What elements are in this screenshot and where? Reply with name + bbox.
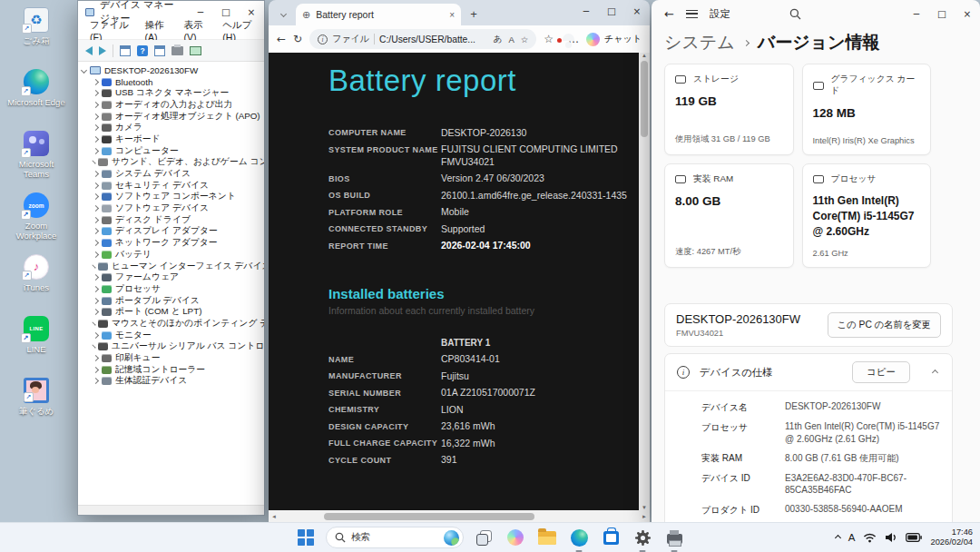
device-tree-item[interactable]: システム デバイス [78, 168, 264, 180]
device-tree-item[interactable]: ソフトウェア コンポーネント [78, 192, 264, 203]
back-button[interactable]: ← [664, 7, 674, 21]
scroll-up-arrow[interactable]: ▲ [642, 53, 647, 58]
translate-icon[interactable]: あ [494, 34, 503, 45]
device-tree-item[interactable]: サウンド、ビデオ、およびゲーム コントローラー [78, 157, 264, 169]
device-tree-item[interactable]: USB コネクタ マネージャー [78, 87, 264, 99]
collapse-chevron-icon[interactable] [81, 67, 87, 74]
device-tree-item[interactable]: ディスプレイ アダプター [78, 226, 264, 238]
desktop-shortcut[interactable]: 筆ぐるめ [7, 376, 65, 427]
settings-button[interactable] [631, 526, 654, 549]
wifi-icon[interactable] [863, 532, 877, 543]
expand-chevron-icon[interactable] [93, 217, 99, 223]
spec-card[interactable]: グラフィックス カード 128 MB Intel(R) Iris(R) Xe G… [802, 64, 932, 155]
device-tree-root[interactable]: DESKTOP-2026130FW [78, 64, 264, 76]
device-manager-button[interactable] [662, 526, 686, 549]
device-tree-item[interactable]: ソフトウェア デバイス [78, 202, 264, 214]
device-tree-item[interactable]: ポート (COM と LPT) [78, 306, 264, 318]
expand-chevron-icon[interactable] [93, 78, 99, 84]
vertical-scrollbar[interactable]: ▲ ▼ [639, 53, 650, 510]
tab-search-chevron-icon[interactable] [274, 4, 292, 24]
settings-titlebar[interactable]: ← 設定 ─ □ × [652, 0, 980, 27]
device-tree-item[interactable]: プロセッサ [78, 283, 264, 295]
device-tree-item[interactable]: キーボード [78, 133, 264, 145]
hidden-icons-chevron-icon[interactable] [836, 536, 840, 540]
expand-chevron-icon[interactable] [93, 367, 99, 373]
task-view-button[interactable] [472, 526, 495, 549]
new-tab-button[interactable]: + [465, 4, 483, 24]
console-icon[interactable] [120, 45, 131, 56]
desktop-shortcut[interactable]: Microsoft Teams [7, 129, 65, 180]
device-tree-item[interactable]: ユニバーサル シリアル バス コントローラー [78, 341, 264, 353]
ime-indicator[interactable]: A [848, 532, 856, 543]
device-tree-item[interactable]: オーディオの入力および出力 [78, 99, 264, 111]
expand-chevron-icon[interactable] [93, 228, 99, 234]
minimize-button[interactable]: ─ [573, 0, 599, 22]
desktop-shortcut[interactable]: iTunes [7, 252, 65, 303]
expand-chevron-icon[interactable] [93, 286, 99, 292]
device-tree-item[interactable]: ファームウェア [78, 271, 264, 283]
expand-chevron-icon[interactable] [93, 240, 99, 246]
device-tree-item[interactable]: ヒューマン インターフェイス デバイス [78, 261, 264, 272]
desktop-shortcut[interactable]: Zoom Workplace [7, 191, 65, 242]
info-icon[interactable]: i [318, 34, 328, 44]
device-tree-item[interactable]: ポータブル デバイス [78, 295, 264, 307]
scrollbar-thumb[interactable] [641, 61, 648, 137]
scroll-down-arrow[interactable]: ▼ [642, 505, 647, 510]
rename-pc-button[interactable]: この PC の名前を変更 [828, 312, 941, 338]
scroll-left-arrow[interactable]: ◄ [271, 514, 277, 519]
device-tree-item[interactable]: モニター [78, 330, 264, 341]
expand-chevron-icon[interactable] [92, 161, 95, 164]
collapse-chevron-icon[interactable] [932, 369, 938, 375]
close-button[interactable]: × [955, 0, 980, 27]
device-tree-item[interactable]: Bluetooth [78, 76, 264, 88]
back-arrow-icon[interactable] [85, 46, 93, 55]
expand-chevron-icon[interactable] [93, 102, 99, 108]
device-tree-item[interactable]: カメラ [78, 122, 264, 133]
desktop-shortcut[interactable]: ごみ箱 [7, 5, 65, 56]
help-icon[interactable]: ? [137, 45, 148, 56]
desktop-shortcut-icon[interactable] [24, 131, 49, 156]
expand-chevron-icon[interactable] [92, 321, 95, 325]
search-highlight-icon[interactable] [444, 530, 459, 546]
device-tree-item[interactable]: 生体認証デバイス [78, 376, 264, 388]
refresh-button[interactable]: ↻ [293, 33, 302, 45]
expand-chevron-icon[interactable] [93, 193, 99, 200]
favorites-icon[interactable]: ☆ [544, 33, 554, 45]
device-tree-item[interactable]: ネットワーク アダプター [78, 237, 264, 249]
tab-close-icon[interactable]: × [449, 10, 455, 20]
expand-chevron-icon[interactable] [93, 182, 99, 189]
device-tree-item[interactable]: 記憶域コントローラー [78, 364, 264, 376]
device-tree-item[interactable]: 印刷キュー [78, 352, 264, 364]
copy-button[interactable]: コピー [852, 361, 910, 383]
expand-chevron-icon[interactable] [92, 345, 95, 349]
expand-chevron-icon[interactable] [93, 251, 99, 258]
expand-chevron-icon[interactable] [93, 136, 99, 143]
copilot-button[interactable] [504, 526, 527, 549]
expand-chevron-icon[interactable] [93, 171, 99, 177]
spec-card[interactable]: ストレージ 119 GB 使用領域 31 GB / 119 GB [664, 64, 794, 155]
desktop-shortcut-icon[interactable] [24, 69, 49, 94]
file-explorer-button[interactable] [535, 526, 559, 549]
device-tree-item[interactable]: セキュリティ デバイス [78, 180, 264, 192]
scroll-right-arrow[interactable]: ► [642, 514, 647, 519]
scan-hardware-icon[interactable] [172, 46, 183, 55]
search-icon[interactable] [789, 8, 801, 20]
expand-chevron-icon[interactable] [93, 205, 99, 212]
start-button[interactable] [294, 526, 318, 549]
expand-chevron-icon[interactable] [93, 355, 99, 361]
expand-chevron-icon[interactable] [93, 148, 99, 154]
navigation-menu-icon[interactable] [686, 10, 698, 18]
address-url[interactable]: C:/Users/USER/batte... [379, 34, 475, 44]
desktop-shortcut-icon[interactable] [24, 7, 49, 33]
expand-chevron-icon[interactable] [93, 124, 99, 131]
copilot-chat-button[interactable]: チャット [586, 33, 642, 46]
device-tree-item[interactable]: コンピューター [78, 145, 264, 157]
desktop-shortcut-icon[interactable] [24, 254, 49, 280]
expand-chevron-icon[interactable] [93, 113, 99, 120]
favorite-star-icon[interactable]: ☆ [521, 34, 529, 44]
device-tree-item[interactable]: バッテリ [78, 249, 264, 261]
taskbar-search[interactable]: 検索 [326, 527, 464, 548]
desktop-shortcut-icon[interactable] [24, 192, 49, 218]
breadcrumb-system[interactable]: システム [664, 31, 735, 54]
store-button[interactable] [599, 526, 622, 549]
